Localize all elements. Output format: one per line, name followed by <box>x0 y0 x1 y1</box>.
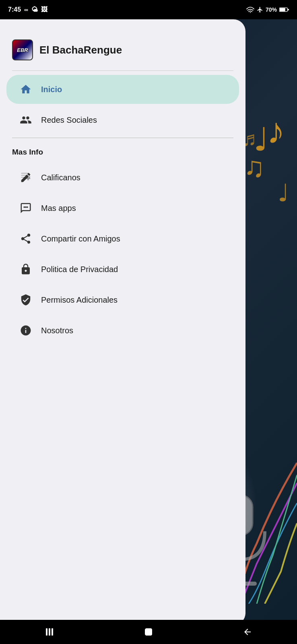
sidebar-item-mas-apps[interactable]: Mas apps <box>6 194 239 223</box>
home-button[interactable] <box>132 624 165 640</box>
svg-point-3 <box>250 12 251 13</box>
nav-divider <box>12 138 233 138</box>
calificanos-label: Calificanos <box>41 173 80 182</box>
shield-icon <box>19 293 33 307</box>
status-bar: 7:45 ∞ 🌤 🖼 70% <box>0 0 297 19</box>
sidebar-item-permisos[interactable]: Permisos Adicionales <box>6 285 239 314</box>
app-title: El BachaRengue <box>39 44 122 56</box>
sidebar-item-inicio[interactable]: Inicio <box>6 75 239 104</box>
svg-rect-6 <box>288 9 289 10</box>
svg-point-7 <box>23 206 25 208</box>
sidebar-item-nosotros[interactable]: Nosotros <box>6 316 239 345</box>
sidebar-item-calificanos[interactable]: Calificanos <box>6 163 239 192</box>
redes-label: Redes Sociales <box>41 116 97 125</box>
battery-icon <box>279 7 289 12</box>
svg-rect-5 <box>280 8 285 11</box>
people-icon <box>19 113 33 127</box>
privacidad-label: Politica de Privacidad <box>41 265 118 274</box>
permisos-label: Permisos Adicionales <box>41 295 118 305</box>
svg-point-9 <box>27 206 28 208</box>
home-icon <box>19 82 33 97</box>
app-header: EBR El BachaRengue <box>0 31 245 70</box>
svg-point-8 <box>25 206 27 208</box>
drawer-panel: EBR El BachaRengue Inicio Redes Sociales… <box>0 19 245 625</box>
status-bar-right: 70% <box>246 6 289 13</box>
svg-rect-12 <box>52 628 53 636</box>
bottom-nav <box>0 620 297 644</box>
app-logo: EBR <box>12 39 33 60</box>
inicio-label: Inicio <box>41 85 62 94</box>
nosotros-label: Nosotros <box>41 326 73 335</box>
battery-percent: 70% <box>266 6 277 13</box>
gallery-icon: 🖼 <box>41 6 47 13</box>
airplane-icon <box>257 6 263 13</box>
compartir-label: Compartir con Amigos <box>41 234 120 244</box>
apps-icon <box>19 201 33 215</box>
sidebar-item-compartir[interactable]: Compartir con Amigos <box>6 224 239 253</box>
back-button[interactable] <box>231 624 264 640</box>
sidebar-item-redes[interactable]: Redes Sociales <box>6 105 239 134</box>
sidebar-item-privacidad[interactable]: Politica de Privacidad <box>6 255 239 284</box>
recent-apps-button[interactable] <box>33 624 66 640</box>
svg-rect-13 <box>145 629 152 635</box>
mas-apps-label: Mas apps <box>41 204 76 213</box>
app-logo-text: EBR <box>17 47 28 53</box>
lock-icon <box>19 262 33 277</box>
header-divider <box>12 70 233 71</box>
weather-icon: 🌤 <box>31 6 38 13</box>
time-display: 7:45 <box>8 6 21 13</box>
svg-rect-10 <box>46 628 47 636</box>
status-bar-left: 7:45 ∞ 🌤 🖼 <box>8 6 47 13</box>
svg-rect-11 <box>49 628 50 636</box>
voicemail-icon: ∞ <box>24 6 28 13</box>
section-title: Mas Info <box>0 144 245 161</box>
rate-icon <box>19 170 33 185</box>
wifi-icon <box>246 6 254 13</box>
share-icon <box>19 231 33 246</box>
info-icon <box>19 323 33 338</box>
